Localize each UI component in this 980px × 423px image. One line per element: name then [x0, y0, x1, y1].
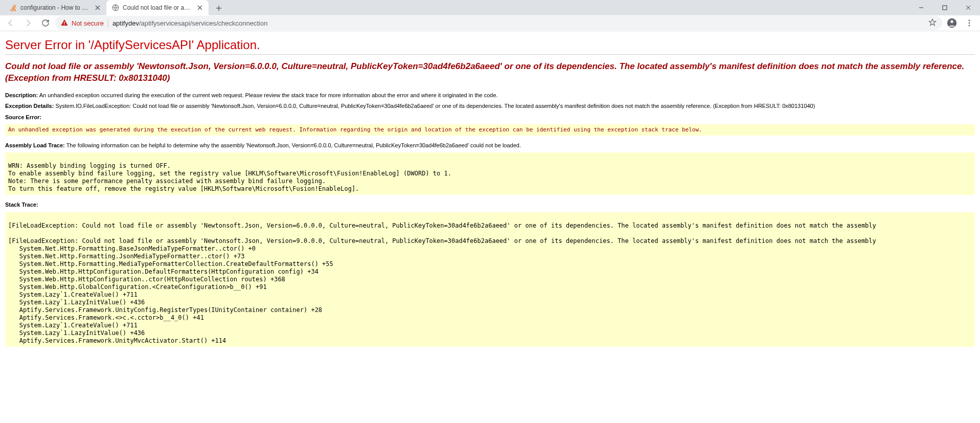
assembly-load-trace-box: WRN: Assembly binding logging is turned … [5, 152, 975, 195]
assembly-load-trace-text: The following information can be helpful… [66, 142, 521, 148]
new-tab-button[interactable] [212, 1, 226, 15]
assembly-load-trace-label: Assembly Load Trace: [5, 142, 65, 148]
warning-icon [60, 18, 69, 28]
close-icon[interactable] [94, 4, 101, 11]
menu-button[interactable] [962, 15, 977, 31]
svg-rect-2 [64, 21, 64, 23]
back-button[interactable] [3, 15, 18, 31]
svg-point-6 [969, 20, 970, 21]
not-secure-label: Not secure [72, 19, 104, 27]
error-subtitle: Could not load file or assembly 'Newtons… [5, 61, 975, 84]
maximize-button[interactable] [933, 0, 956, 15]
stack-trace-row: Stack Trace: [5, 201, 975, 209]
tab-title: configuration - How to disable "c [20, 4, 91, 11]
exception-details-text: System.IO.FileLoadException: Could not l… [55, 103, 815, 109]
svg-point-5 [950, 20, 953, 23]
window-controls [909, 0, 980, 15]
close-icon[interactable] [196, 4, 203, 11]
separator [108, 19, 108, 27]
svg-rect-3 [64, 24, 64, 25]
forward-button[interactable] [20, 15, 36, 31]
source-error-box: An unhandled exception was generated dur… [5, 124, 975, 136]
address-bar[interactable]: Not secure aptifydev/aptifyservicesapi/s… [55, 16, 942, 30]
page-viewport[interactable]: Server Error in '/AptifyServicesAPI' App… [0, 30, 980, 423]
url-display: aptifydev/aptifyservicesapi/services/che… [112, 19, 268, 27]
bookmark-star-icon[interactable] [928, 18, 937, 29]
source-error-row: Source Error: [5, 114, 975, 121]
close-window-button[interactable] [956, 0, 980, 15]
svg-point-8 [969, 25, 970, 27]
error-title: Server Error in '/AptifyServicesAPI' App… [5, 38, 975, 52]
exception-details-label: Exception Details: [5, 103, 54, 109]
error-page: Server Error in '/AptifyServicesAPI' App… [0, 30, 980, 363]
minimize-button[interactable] [909, 0, 933, 15]
description-label: Description: [5, 92, 38, 98]
tab-error-page[interactable]: Could not load file or assembly 'I [106, 0, 209, 15]
tab-strip: configuration - How to disable "c Could … [0, 0, 980, 15]
stack-trace-label: Stack Trace: [5, 202, 38, 208]
browser-toolbar: Not secure aptifydev/aptifyservicesapi/s… [0, 15, 980, 31]
stack-trace-box: [FileLoadException: Could not load file … [5, 212, 975, 347]
svg-rect-1 [943, 6, 947, 10]
divider [5, 54, 975, 55]
not-secure-indicator[interactable]: Not secure [60, 18, 104, 28]
assembly-load-trace-row: Assembly Load Trace: The following infor… [5, 142, 975, 149]
exception-details-row: Exception Details: System.IO.FileLoadExc… [5, 102, 975, 110]
svg-point-7 [969, 23, 970, 24]
browser-chrome: configuration - How to disable "c Could … [0, 0, 980, 30]
description-text: An unhandled exception occurred during t… [39, 92, 498, 98]
tab-stackoverflow[interactable]: configuration - How to disable "c [4, 0, 106, 15]
stackoverflow-icon [9, 4, 17, 12]
profile-button[interactable] [944, 15, 960, 31]
description-row: Description: An unhandled exception occu… [5, 92, 975, 99]
tab-title: Could not load file or assembly 'I [123, 4, 193, 11]
reload-button[interactable] [38, 15, 53, 31]
globe-icon [111, 4, 120, 12]
source-error-label: Source Error: [5, 114, 41, 120]
